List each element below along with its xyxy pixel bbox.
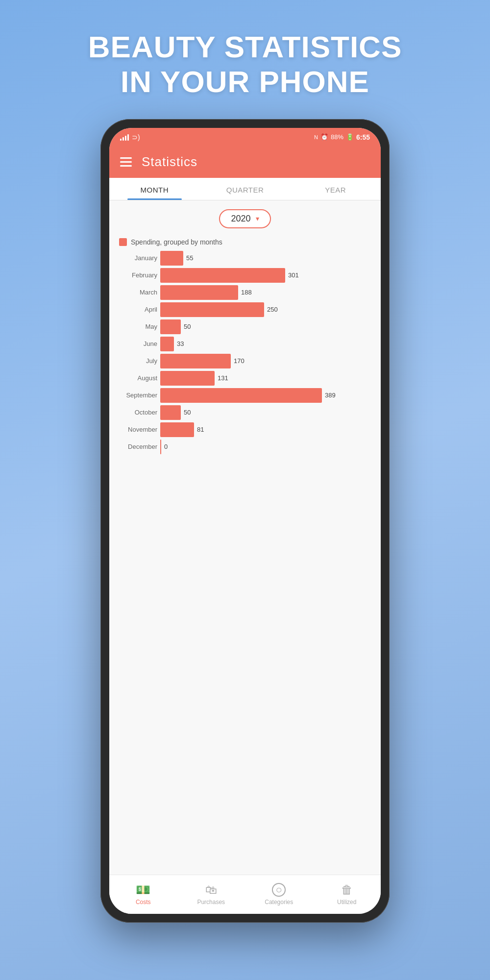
table-row: November 81 [119, 422, 371, 437]
table-row: June 33 [119, 337, 371, 351]
bar-value: 131 [218, 374, 228, 382]
year-selector[interactable]: 2020 ▾ [219, 209, 270, 228]
nfc-icon: N [314, 134, 318, 140]
nav-label-costs: Costs [136, 899, 151, 906]
phone-screen: ⊃) N ⏰ 88% 🔋 6:55 Statistics MONTH [109, 128, 381, 914]
bar-value: 170 [234, 357, 245, 365]
bar-value: 188 [241, 289, 252, 296]
chart-area: Spending, grouped by months January 55 F… [109, 233, 381, 875]
nav-item-categories[interactable]: ○ Categories [245, 875, 313, 914]
year-value: 2020 [231, 214, 250, 224]
bar-container: 170 [160, 354, 371, 368]
chart-month-label: April [119, 306, 157, 313]
chevron-down-icon: ▾ [256, 215, 259, 222]
hamburger-menu[interactable] [120, 157, 132, 167]
bar-container: 250 [160, 302, 371, 317]
legend-label: Spending, grouped by months [131, 238, 222, 246]
chart-month-label: June [119, 340, 157, 347]
bar-container: 50 [160, 405, 371, 420]
bar [160, 337, 174, 351]
tab-year[interactable]: YEAR [290, 178, 381, 200]
legend-color-swatch [119, 238, 127, 246]
status-bar: ⊃) N ⏰ 88% 🔋 6:55 [109, 128, 381, 147]
tab-quarter[interactable]: QUARTER [200, 178, 291, 200]
nav-label-utilized: Utilized [337, 899, 356, 906]
bar-container: 188 [160, 285, 371, 300]
bar-container: 0 [160, 440, 371, 454]
bar-container: 389 [160, 388, 371, 403]
chart-month-label: May [119, 323, 157, 330]
utilized-icon: 🗑 [341, 883, 353, 897]
status-right: N ⏰ 88% 🔋 6:55 [314, 133, 370, 141]
bar [160, 319, 181, 334]
bar-value: 50 [184, 323, 191, 330]
bar [160, 251, 183, 266]
app-title: Statistics [142, 154, 197, 170]
chart-month-label: January [119, 254, 157, 262]
bar-value: 301 [288, 271, 299, 279]
nav-label-categories: Categories [265, 899, 293, 906]
chart-month-label: November [119, 426, 157, 433]
app-header: Statistics [109, 147, 381, 178]
table-row: July 170 [119, 354, 371, 368]
bar [160, 388, 322, 403]
table-row: January 55 [119, 251, 371, 266]
bar [160, 354, 231, 368]
main-content: 2020 ▾ Spending, grouped by months Janua… [109, 200, 381, 875]
battery-percent: 88% [331, 133, 343, 141]
chart-month-label: September [119, 392, 157, 399]
chart-month-label: March [119, 289, 157, 296]
table-row: August 131 [119, 371, 371, 386]
chart-month-label: October [119, 409, 157, 416]
purchases-icon: 🛍 [205, 883, 217, 897]
bar-container: 131 [160, 371, 371, 386]
bar [160, 422, 194, 437]
hero-section: BEAUTY STATISTICS IN YOUR PHONE [88, 29, 402, 99]
bar-container: 50 [160, 319, 371, 334]
bar-value: 0 [164, 443, 168, 450]
nav-item-utilized[interactable]: 🗑 Utilized [313, 875, 381, 914]
battery-icon: 🔋 [346, 133, 354, 141]
tab-bar: MONTH QUARTER YEAR [109, 178, 381, 200]
bar-value: 389 [325, 392, 336, 399]
costs-icon: 💵 [136, 883, 150, 897]
nav-item-costs[interactable]: 💵 Costs [109, 875, 177, 914]
time-display: 6:55 [356, 133, 370, 141]
chart-month-label: July [119, 357, 157, 365]
table-row: May 50 [119, 319, 371, 334]
chart-month-label: December [119, 443, 157, 450]
table-row: April 250 [119, 302, 371, 317]
bottom-nav: 💵 Costs 🛍 Purchases ○ Categories 🗑 Utili… [109, 875, 381, 914]
bar [160, 302, 264, 317]
bar-value: 33 [177, 340, 184, 347]
table-row: September 389 [119, 388, 371, 403]
nav-label-purchases: Purchases [197, 899, 225, 906]
phone-shell: ⊃) N ⏰ 88% 🔋 6:55 Statistics MONTH [100, 119, 390, 923]
bar [160, 285, 238, 300]
bar-container: 55 [160, 251, 371, 266]
chart-month-label: February [119, 271, 157, 279]
bar [160, 268, 285, 283]
wifi-icon: ⊃) [132, 133, 140, 141]
alarm-icon: ⏰ [320, 133, 328, 141]
bar-container: 81 [160, 422, 371, 437]
chart-legend: Spending, grouped by months [119, 238, 371, 246]
chart-month-label: August [119, 374, 157, 382]
signal-icon [120, 134, 129, 141]
categories-icon: ○ [272, 883, 286, 897]
bar-value: 55 [186, 254, 193, 262]
nav-item-purchases[interactable]: 🛍 Purchases [177, 875, 245, 914]
bar [160, 405, 181, 420]
table-row: February 301 [119, 268, 371, 283]
status-left: ⊃) [120, 133, 140, 141]
bar [160, 440, 161, 454]
tab-month[interactable]: MONTH [109, 178, 200, 200]
bar-value: 81 [197, 426, 204, 433]
bar-chart: January 55 February 301 March 188 April … [119, 251, 371, 454]
bar-value: 50 [184, 409, 191, 416]
table-row: October 50 [119, 405, 371, 420]
bar-container: 301 [160, 268, 371, 283]
hero-line1: BEAUTY STATISTICS [88, 30, 402, 64]
year-selector-row: 2020 ▾ [109, 200, 381, 233]
table-row: March 188 [119, 285, 371, 300]
